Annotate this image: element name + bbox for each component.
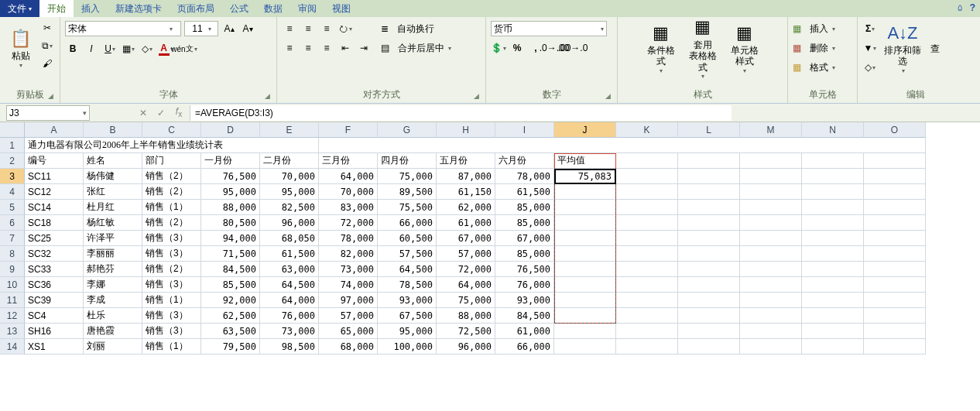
cell[interactable] bbox=[802, 153, 864, 169]
cell-avg[interactable] bbox=[554, 324, 616, 339]
align-right-button[interactable]: ≡ bbox=[319, 40, 334, 56]
cell-month[interactable]: 64,000 bbox=[319, 169, 378, 184]
enter-formula-icon[interactable]: ✓ bbox=[154, 108, 168, 118]
cell-dept[interactable]: 销售（2） bbox=[142, 215, 201, 231]
cell-id[interactable]: SC36 bbox=[25, 277, 84, 293]
cell-name[interactable]: 张红 bbox=[84, 184, 142, 200]
cell-dept[interactable]: 销售（2） bbox=[142, 169, 201, 184]
row-header-12[interactable]: 12 bbox=[0, 308, 25, 324]
cell[interactable] bbox=[740, 215, 802, 231]
row-header-1[interactable]: 1 bbox=[0, 138, 25, 153]
cell-month[interactable]: 100,000 bbox=[378, 339, 437, 354]
header-F[interactable]: 三月份 bbox=[319, 153, 378, 169]
column-header-N[interactable]: N bbox=[802, 122, 864, 138]
cell-month[interactable]: 67,500 bbox=[378, 308, 437, 324]
font-launcher[interactable]: ◢ bbox=[265, 92, 270, 100]
cell-month[interactable]: 62,500 bbox=[201, 308, 260, 324]
cell-month[interactable]: 68,050 bbox=[260, 231, 319, 246]
cell[interactable] bbox=[802, 339, 864, 354]
tab-view[interactable]: 视图 bbox=[324, 0, 358, 17]
row-header-6[interactable]: 6 bbox=[0, 215, 25, 231]
cell-month[interactable]: 76,500 bbox=[495, 262, 554, 277]
cell[interactable] bbox=[678, 324, 740, 339]
accounting-format-button[interactable]: 💲▾ bbox=[491, 40, 506, 56]
cell[interactable] bbox=[616, 153, 678, 169]
title-cell[interactable]: 通力电器有限公司2006年上半年销售业绩统计表 bbox=[25, 138, 319, 153]
column-header-F[interactable]: F bbox=[319, 122, 378, 138]
row-header-4[interactable]: 4 bbox=[0, 184, 25, 200]
cell[interactable] bbox=[740, 246, 802, 262]
cell-name[interactable]: 杨伟健 bbox=[84, 169, 142, 184]
cell-month[interactable]: 63,000 bbox=[260, 262, 319, 277]
cell-name[interactable]: 刘丽 bbox=[84, 339, 142, 354]
cell-month[interactable]: 62,000 bbox=[437, 200, 495, 215]
format-painter-button[interactable]: 🖌 bbox=[39, 56, 55, 71]
copy-button[interactable]: ⧉▾ bbox=[39, 38, 55, 53]
cell-id[interactable]: SC12 bbox=[25, 184, 84, 200]
cell[interactable] bbox=[740, 308, 802, 324]
cell[interactable] bbox=[864, 293, 926, 308]
cell[interactable] bbox=[864, 246, 926, 262]
select-all-corner[interactable] bbox=[0, 122, 25, 138]
minimize-ribbon-icon[interactable]: ۵ bbox=[958, 2, 962, 13]
cell[interactable] bbox=[802, 293, 864, 308]
cell[interactable] bbox=[740, 277, 802, 293]
cell[interactable] bbox=[740, 231, 802, 246]
header-I[interactable]: 六月份 bbox=[495, 153, 554, 169]
cell[interactable] bbox=[678, 215, 740, 231]
cell-id[interactable]: SC4 bbox=[25, 308, 84, 324]
cell-month[interactable]: 76,500 bbox=[201, 169, 260, 184]
cell-month[interactable]: 64,000 bbox=[437, 277, 495, 293]
cell-avg[interactable] bbox=[554, 308, 616, 324]
fx-icon[interactable]: fx bbox=[172, 106, 186, 118]
align-middle-button[interactable]: ≡ bbox=[300, 21, 316, 36]
name-box[interactable]: J3▾ bbox=[6, 105, 90, 121]
column-header-J[interactable]: J bbox=[554, 122, 616, 138]
header-C[interactable]: 部门 bbox=[142, 153, 201, 169]
row-header-2[interactable]: 2 bbox=[0, 153, 25, 169]
cell-avg[interactable]: 75,083 bbox=[554, 169, 616, 184]
clipboard-launcher[interactable]: ◢ bbox=[48, 92, 53, 100]
column-header-K[interactable]: K bbox=[616, 122, 678, 138]
cell-month[interactable]: 72,500 bbox=[437, 324, 495, 339]
row-header-3[interactable]: 3 bbox=[0, 169, 25, 184]
font-size-combo[interactable]: ▾ bbox=[184, 21, 218, 36]
insert-cells-button[interactable]: ▦ 插入▾ bbox=[793, 20, 835, 37]
wrap-text-button[interactable]: ≣ 自动换行 bbox=[381, 20, 451, 37]
cell[interactable] bbox=[802, 184, 864, 200]
cell[interactable] bbox=[864, 153, 926, 169]
cell[interactable] bbox=[319, 138, 926, 153]
cell-month[interactable]: 82,000 bbox=[319, 246, 378, 262]
cell[interactable] bbox=[864, 215, 926, 231]
row-header-8[interactable]: 8 bbox=[0, 246, 25, 262]
cell[interactable] bbox=[678, 184, 740, 200]
tab-page-layout[interactable]: 页面布局 bbox=[170, 0, 222, 17]
cell-id[interactable]: SC32 bbox=[25, 246, 84, 262]
align-top-button[interactable]: ≡ bbox=[282, 21, 297, 36]
cell-month[interactable]: 84,500 bbox=[201, 262, 260, 277]
cell[interactable] bbox=[616, 231, 678, 246]
cell[interactable] bbox=[616, 200, 678, 215]
autosum-button[interactable]: Σ▾ bbox=[862, 21, 878, 36]
cell-month[interactable]: 73,000 bbox=[319, 262, 378, 277]
cell[interactable] bbox=[864, 339, 926, 354]
cell-avg[interactable] bbox=[554, 246, 616, 262]
cell-dept[interactable]: 销售（3） bbox=[142, 324, 201, 339]
cell-dept[interactable]: 销售（2） bbox=[142, 184, 201, 200]
cell-month[interactable]: 84,500 bbox=[495, 308, 554, 324]
cell-month[interactable]: 88,000 bbox=[437, 308, 495, 324]
cell[interactable] bbox=[678, 153, 740, 169]
cell[interactable] bbox=[678, 246, 740, 262]
font-name-combo[interactable]: ▾ bbox=[65, 21, 181, 36]
cell-month[interactable]: 97,000 bbox=[319, 293, 378, 308]
cell-month[interactable]: 61,000 bbox=[495, 324, 554, 339]
cell[interactable] bbox=[616, 215, 678, 231]
cell[interactable] bbox=[678, 231, 740, 246]
row-header-9[interactable]: 9 bbox=[0, 262, 25, 277]
cell-month[interactable]: 88,000 bbox=[201, 200, 260, 215]
cell[interactable] bbox=[802, 215, 864, 231]
cell[interactable] bbox=[802, 324, 864, 339]
cell-avg[interactable] bbox=[554, 262, 616, 277]
cell[interactable] bbox=[616, 169, 678, 184]
phonetic-button[interactable]: wén文▾ bbox=[176, 41, 192, 57]
